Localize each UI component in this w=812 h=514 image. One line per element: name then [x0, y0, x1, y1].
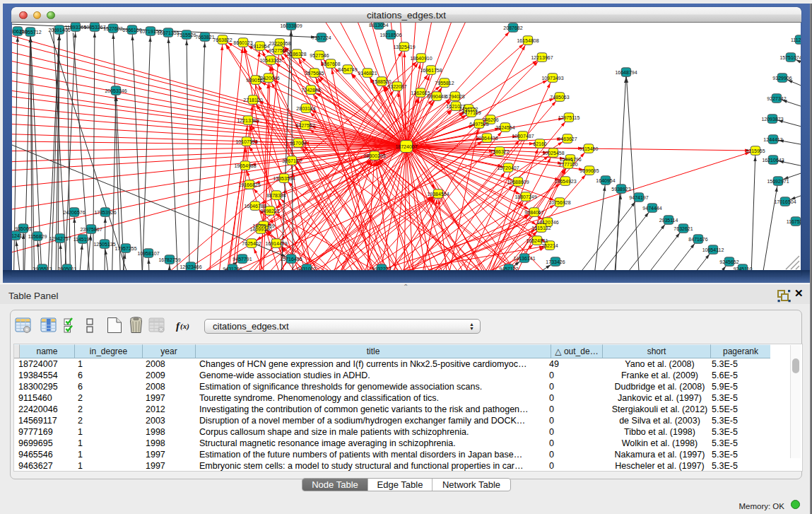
svg-text:9245652: 9245652 [719, 259, 739, 264]
svg-text:8427552: 8427552 [295, 123, 314, 128]
svg-text:13325419: 13325419 [393, 45, 415, 49]
svg-text:14136141: 14136141 [513, 256, 535, 261]
svg-text:8813054: 8813054 [369, 23, 388, 28]
svg-text:15495796: 15495796 [559, 157, 581, 162]
svg-text:7357224: 7357224 [312, 35, 331, 40]
svg-text:7515526: 7515526 [177, 33, 196, 37]
svg-text:1156829: 1156829 [28, 234, 47, 239]
svg-text:10807487: 10807487 [512, 134, 534, 139]
svg-text:9115460: 9115460 [579, 146, 599, 151]
svg-text:252214: 252214 [541, 243, 558, 248]
svg-text:17957255: 17957255 [114, 246, 136, 251]
svg-text:935061: 935061 [15, 226, 31, 231]
svg-text:10107553: 10107553 [235, 139, 257, 144]
svg-text:1588520: 1588520 [372, 79, 391, 84]
svg-text:10543362: 10543362 [259, 58, 281, 63]
svg-text:16961758: 16961758 [420, 68, 442, 73]
svg-text:9932212: 9932212 [372, 267, 391, 271]
svg-text:2935114: 2935114 [659, 218, 678, 223]
svg-text:16648794: 16648794 [615, 70, 637, 75]
svg-text:19384554: 19384554 [427, 192, 449, 197]
svg-text:9699695: 9699695 [579, 168, 599, 173]
svg-text:9474197: 9474197 [629, 195, 648, 200]
svg-text:3905011: 3905011 [58, 267, 77, 271]
svg-text:23975867: 23975867 [80, 227, 102, 232]
svg-text:8454749: 8454749 [338, 67, 357, 72]
svg-text:16046788: 16046788 [244, 204, 266, 209]
svg-text:7485063: 7485063 [550, 95, 569, 100]
svg-text:7625402: 7625402 [242, 241, 261, 246]
svg-text:9474444: 9474444 [642, 206, 661, 211]
svg-text:1167533: 1167533 [787, 219, 801, 224]
svg-text:7632621: 7632621 [673, 226, 693, 231]
svg-text:2087682: 2087682 [503, 25, 522, 30]
svg-text:9463627: 9463627 [558, 136, 577, 141]
svg-text:9227342: 9227342 [767, 96, 786, 101]
svg-text:12505135: 12505135 [93, 242, 115, 247]
svg-text:62160: 62160 [533, 141, 547, 146]
svg-text:1527602: 1527602 [103, 26, 122, 31]
svg-text:9527546: 9527546 [310, 53, 329, 58]
svg-text:19218506: 19218506 [379, 33, 401, 37]
svg-text:9146821: 9146821 [358, 71, 377, 76]
svg-text:7663821: 7663821 [195, 35, 214, 40]
svg-text:6497508: 6497508 [469, 122, 488, 127]
svg-text:1112045: 1112045 [791, 37, 801, 42]
svg-text:9329906: 9329906 [772, 76, 792, 81]
svg-text:10958107: 10958107 [137, 251, 159, 256]
svg-text:9498222: 9498222 [260, 209, 279, 214]
svg-text:16914479: 16914479 [265, 241, 287, 246]
svg-text:24206576: 24206576 [63, 210, 85, 215]
svg-text:5938923: 5938923 [611, 187, 630, 192]
svg-text:9431002: 9431002 [297, 267, 316, 271]
svg-text:9431266: 9431266 [223, 267, 242, 271]
svg-text:8912954: 8912954 [250, 44, 269, 49]
svg-text:10120746: 10120746 [536, 220, 558, 225]
svg-text:9457122: 9457122 [499, 267, 518, 271]
svg-text:2803144: 2803144 [296, 106, 315, 111]
svg-text:8215955: 8215955 [746, 148, 765, 153]
svg-text:1640954: 1640954 [596, 178, 615, 183]
svg-text:10688609: 10688609 [507, 180, 529, 185]
svg-text:3912413: 3912413 [12, 233, 25, 238]
svg-text:3624554: 3624554 [495, 125, 514, 130]
svg-text:16033809: 16033809 [280, 23, 302, 28]
svg-text:1145194: 1145194 [73, 237, 93, 242]
svg-text:(x): (x) [180, 322, 189, 331]
svg-text:9777100: 9777100 [558, 162, 577, 167]
svg-text:23226058: 23226058 [269, 41, 290, 46]
svg-text:8186328: 8186328 [287, 52, 306, 57]
svg-text:18807249: 18807249 [514, 194, 536, 199]
svg-text:2867608: 2867608 [321, 62, 340, 66]
svg-text:9245110: 9245110 [734, 267, 753, 271]
svg-text:16524851: 16524851 [526, 238, 548, 243]
svg-text:10025458: 10025458 [542, 151, 564, 156]
svg-text:16671355: 16671355 [157, 30, 179, 35]
svg-text:8878334: 8878334 [266, 193, 286, 198]
svg-text:3905513: 3905513 [33, 267, 52, 271]
svg-text:12942757: 12942757 [49, 236, 71, 241]
svg-text:12975115: 12975115 [558, 115, 580, 120]
svg-text:15751074: 15751074 [779, 55, 801, 60]
svg-text:10654112: 10654112 [702, 247, 724, 252]
svg-text:17353926: 17353926 [94, 210, 116, 215]
svg-text:9527500: 9527500 [269, 48, 288, 53]
svg-text:917004: 917004 [290, 141, 306, 146]
svg-text:12213967: 12213967 [531, 55, 553, 60]
svg-text:10853267: 10853267 [83, 25, 105, 30]
svg-text:16154808: 16154808 [517, 38, 539, 43]
svg-text:17016504: 17016504 [774, 199, 796, 204]
svg-text:18640910: 18640910 [410, 56, 432, 61]
svg-text:1615132: 1615132 [531, 226, 551, 230]
svg-text:7242848: 7242848 [301, 88, 320, 93]
svg-text:7955812: 7955812 [435, 81, 454, 86]
svg-text:10756928: 10756928 [548, 200, 570, 205]
svg-text:19166825: 19166825 [238, 182, 260, 187]
svg-text:16782759: 16782759 [158, 257, 180, 262]
svg-text:13353594: 13353594 [273, 176, 295, 181]
svg-text:19654923: 19654923 [554, 179, 576, 184]
svg-text:1362615: 1362615 [411, 90, 430, 95]
svg-text:14055712: 14055712 [19, 30, 41, 35]
svg-text:12213389: 12213389 [237, 118, 259, 123]
svg-text:1244413: 1244413 [763, 137, 782, 142]
